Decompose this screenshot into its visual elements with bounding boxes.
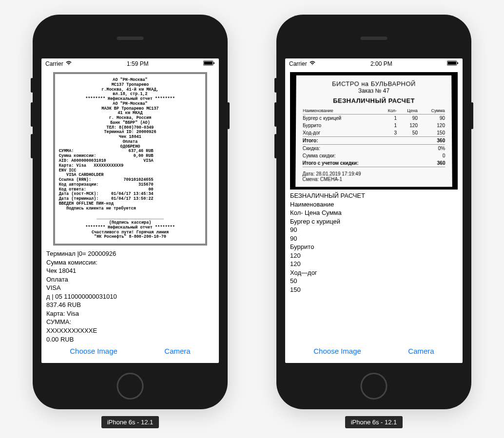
device-label: iPhone 6s - 12.1 xyxy=(345,416,403,428)
mute-switch xyxy=(31,78,33,93)
svg-rect-4 xyxy=(447,61,456,64)
table-header: Кол- xyxy=(379,107,397,114)
ocr-line: Сумма комиссии: xyxy=(46,258,214,267)
receipt-heading: БЕЗНАЛИЧНЫЙ РАСЧЕТ xyxy=(303,97,445,104)
camera-button[interactable]: Camera xyxy=(408,347,434,355)
home-button[interactable] xyxy=(361,373,388,400)
table-row: Ход-дог350150 xyxy=(303,129,445,136)
button-row: Choose Image Camera xyxy=(46,342,214,360)
ocr-line: Терминал |0= 20000926 xyxy=(46,249,214,258)
receipt-shift-label: Смена: xyxy=(302,176,319,182)
screen: Carrier 1:59 PM АО "РН-Москва" МС137 Тро… xyxy=(41,58,219,363)
ocr-line: 150 xyxy=(290,286,458,294)
choose-image-button[interactable]: Choose Image xyxy=(70,347,117,355)
ocr-line: 90 xyxy=(290,226,458,234)
volume-up xyxy=(31,102,33,127)
svg-rect-2 xyxy=(213,62,214,64)
content-area: БИСТРО на БУЛЬВАРНОЙ Заказ № 47 БЕЗНАЛИЧ… xyxy=(285,69,463,363)
receipt-title: БИСТРО на БУЛЬВАРНОЙ xyxy=(303,80,445,88)
volume-up xyxy=(274,102,277,127)
ocr-line: 120 xyxy=(290,260,458,268)
power-button xyxy=(227,102,230,129)
table-header: Сумма xyxy=(418,107,445,114)
phone-frame: Carrier 2:00 PM БИСТРО на БУЛЬВАРНОЙ xyxy=(276,15,471,409)
ocr-line: XXXXXXXXXXXE xyxy=(46,326,214,335)
clock: 1:59 PM xyxy=(127,60,149,67)
ocr-line: 50 xyxy=(290,277,458,286)
status-bar: Carrier 2:00 PM xyxy=(285,58,463,69)
carrier-label: Carrier xyxy=(45,60,63,67)
receipt-table: НаименованиеКол-ЦенаСумма Бургер с куриц… xyxy=(303,107,446,167)
ocr-line: СУММА: xyxy=(46,318,214,326)
ocr-line: Чек 18041 xyxy=(46,267,214,275)
wifi-icon xyxy=(309,60,316,67)
speaker xyxy=(117,37,144,40)
button-row: Choose Image Camera xyxy=(290,342,458,360)
home-button[interactable] xyxy=(117,373,144,400)
phone-left: Carrier 1:59 PM АО "РН-Москва" МС137 Тро… xyxy=(33,15,228,428)
table-row: Бургер с курицей19090 xyxy=(303,114,445,122)
choose-image-button[interactable]: Choose Image xyxy=(313,347,361,355)
receipt-image: БИСТРО на БУЛЬВАРНОЙ Заказ № 47 БЕЗНАЛИЧ… xyxy=(290,72,458,190)
table-row: Скидка:0% xyxy=(303,145,446,152)
phone-right: Carrier 2:00 PM БИСТРО на БУЛЬВАРНОЙ xyxy=(276,15,471,428)
ocr-line: БЕЗНАЛИЧНЫЙ РАСЧЕТ xyxy=(290,191,458,200)
ocr-line: Бургер с курицей xyxy=(290,217,458,226)
ocr-line: Буррито xyxy=(290,243,458,251)
ocr-line: Ход—дог xyxy=(290,268,458,277)
volume-down xyxy=(31,134,33,158)
ocr-line: 0.00 RUB xyxy=(46,335,214,343)
table-row: Итого с учетом скидки:360 xyxy=(303,159,446,167)
ocr-line: VISA xyxy=(46,284,214,292)
svg-rect-5 xyxy=(457,62,458,64)
table-row: Буррито1120120 xyxy=(303,122,445,129)
mute-switch xyxy=(274,78,277,93)
svg-rect-1 xyxy=(204,61,212,64)
ocr-line: Кол- Цена Сумма xyxy=(290,209,458,217)
power-button xyxy=(471,102,473,129)
ocr-output: Терминал |0= 20000926Сумма комиссии:Чек … xyxy=(46,249,214,342)
screen: Carrier 2:00 PM БИСТРО на БУЛЬВАРНОЙ xyxy=(285,58,463,363)
receipt-date-value: 28.01.2019 17:19:49 xyxy=(316,171,361,176)
ocr-line: Наименование xyxy=(290,200,458,209)
receipt-image: АО "РН-Москва" МС137 Тропарево г.Москва,… xyxy=(53,72,207,246)
phone-frame: Carrier 1:59 PM АО "РН-Москва" МС137 Тро… xyxy=(33,15,228,409)
battery-icon xyxy=(447,60,459,67)
ocr-line: 90 xyxy=(290,234,458,243)
receipt-shift-value: СМЕНА-1 xyxy=(320,176,342,182)
ocr-line: д | 05 110000000031010 xyxy=(46,292,214,301)
carrier-label: Carrier xyxy=(289,60,307,67)
table-header: Цена xyxy=(397,107,418,114)
receipt-date-label: Дата: xyxy=(302,171,314,176)
device-label: iPhone 6s - 12.1 xyxy=(101,416,159,428)
wifi-icon xyxy=(65,60,72,67)
receipt-order: Заказ № 47 xyxy=(303,87,445,94)
table-row: Итого:360 xyxy=(303,136,445,144)
clock: 2:00 PM xyxy=(370,60,392,67)
ocr-line: 837.46 RUB xyxy=(46,301,214,309)
camera-button[interactable]: Camera xyxy=(164,347,190,355)
ocr-line: Оплата xyxy=(46,275,214,284)
volume-down xyxy=(274,134,277,158)
receipt-meta: Дата: 28.01.2019 17:19:49 Смена: СМЕНА-1 xyxy=(302,171,445,182)
status-bar: Carrier 1:59 PM xyxy=(41,58,219,69)
table-row: Сумма скидки:0 xyxy=(303,152,446,159)
ocr-output: БЕЗНАЛИЧНЫЙ РАСЧЕТНаименованиеКол- Цена … xyxy=(290,191,458,342)
ocr-line: 120 xyxy=(290,251,458,260)
battery-icon xyxy=(203,60,215,67)
speaker xyxy=(361,37,388,40)
ocr-line: Карта: Visa xyxy=(46,309,214,318)
content-area: АО "РН-Москва" МС137 Тропарево г.Москва,… xyxy=(41,69,219,363)
table-header: Наименование xyxy=(303,107,379,114)
